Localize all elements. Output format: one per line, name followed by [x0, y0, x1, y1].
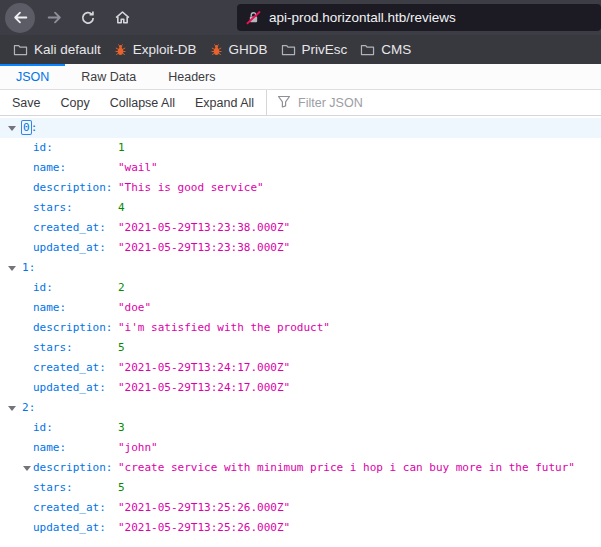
copy-button[interactable]: Copy [51, 90, 100, 115]
bookmarks-bar: Kali defaultExploit-DBGHDBPrivEscCMS [0, 35, 601, 64]
json-key: name: [33, 161, 66, 174]
url-text: api-prod.horizontall.htb/reviews [269, 10, 456, 25]
bookmark-item-kali-default[interactable]: Kali default [9, 40, 110, 59]
json-property-row: created_at:"2021-05-29T13:23:38.000Z" [0, 218, 601, 238]
json-value: "2021-05-29T13:24:17.000Z" [118, 361, 290, 374]
json-value: "2021-05-29T13:23:38.000Z" [118, 221, 290, 234]
json-toolbar-buttons: SaveCopyCollapse AllExpand All [2, 90, 264, 115]
json-entry-row[interactable]: 2: [0, 398, 601, 418]
json-property-row: description:"create service with minimum… [0, 458, 601, 478]
forward-button[interactable] [39, 3, 69, 33]
json-property-row: updated_at:"2021-05-29T13:24:17.000Z" [0, 378, 601, 398]
json-key: stars: [33, 481, 73, 494]
bookmark-item-privesc[interactable]: PrivEsc [277, 40, 357, 59]
bug-icon [114, 43, 127, 57]
forward-arrow-icon [46, 9, 63, 26]
back-arrow-icon [12, 9, 29, 26]
json-property-row: name:"wail" [0, 158, 601, 178]
json-viewer-toolbar: SaveCopyCollapse AllExpand All [0, 90, 601, 116]
json-value: "2021-05-29T13:25:26.000Z" [118, 521, 290, 534]
json-property-row: name:"john" [0, 438, 601, 458]
json-property-row: id:1 [0, 138, 601, 158]
folder-icon [13, 43, 28, 56]
bookmark-item-ghdb[interactable]: GHDB [206, 40, 277, 59]
folder-icon [281, 43, 296, 56]
json-property-row: description:"This is good service" [0, 178, 601, 198]
json-value: "2021-05-29T13:23:38.000Z" [118, 241, 290, 254]
bug-icon [210, 43, 223, 57]
json-value: 5 [118, 341, 125, 354]
reload-button[interactable] [73, 3, 103, 33]
json-value: 1 [118, 141, 125, 154]
json-property-row: id:2 [0, 278, 601, 298]
json-key: name: [33, 441, 66, 454]
json-property-row: created_at:"2021-05-29T13:24:17.000Z" [0, 358, 601, 378]
json-value: 4 [118, 201, 125, 214]
json-property-row: stars:5 [0, 338, 601, 358]
json-key: description: [33, 461, 112, 474]
filter-funnel-icon [277, 95, 291, 111]
back-button[interactable] [5, 3, 35, 33]
bookmark-label: PrivEsc [302, 42, 348, 57]
json-index: 1: [22, 261, 35, 274]
json-value: 2 [118, 281, 125, 294]
json-entry-row[interactable]: 1: [0, 258, 601, 278]
expand-all-button[interactable]: Expand All [185, 90, 264, 115]
json-tree: 0:id:1name:"wail"description:"This is go… [0, 116, 601, 538]
expand-string-icon[interactable] [23, 466, 31, 471]
home-button[interactable] [107, 3, 137, 33]
json-key: id: [33, 281, 53, 294]
bookmark-label: GHDB [229, 42, 268, 57]
tab-raw-data[interactable]: Raw Data [65, 64, 152, 89]
json-property-row: description:"i'm satisfied with the prod… [0, 318, 601, 338]
collapse-toggle-icon[interactable] [8, 266, 16, 271]
json-key: stars: [33, 201, 73, 214]
json-key: stars: [33, 341, 73, 354]
bookmark-label: CMS [381, 42, 411, 57]
bookmark-label: Kali default [34, 42, 101, 57]
json-property-row: stars:4 [0, 198, 601, 218]
folder-icon [360, 43, 375, 56]
json-key: created_at: [33, 361, 106, 374]
insecure-lock-icon[interactable] [246, 10, 261, 25]
json-key: updated_at: [33, 521, 106, 534]
json-property-row: id:3 [0, 418, 601, 438]
json-index: 0: [22, 121, 37, 134]
json-value: "doe" [118, 301, 151, 314]
collapse-all-button[interactable]: Collapse All [100, 90, 185, 115]
json-key: id: [33, 421, 53, 434]
json-key: id: [33, 141, 53, 154]
json-index: 2: [22, 401, 35, 414]
collapse-toggle-icon[interactable] [8, 406, 16, 411]
json-key: updated_at: [33, 241, 106, 254]
json-viewer-tabstrip: JSONRaw DataHeaders [0, 64, 601, 90]
save-button[interactable]: Save [2, 90, 51, 115]
json-key: created_at: [33, 221, 106, 234]
bookmark-label: Exploit-DB [133, 42, 197, 57]
browser-nav-toolbar: api-prod.horizontall.htb/reviews [0, 0, 601, 35]
json-entry-row[interactable]: 0: [0, 118, 601, 138]
tab-headers[interactable]: Headers [152, 64, 231, 89]
json-value: "wail" [118, 161, 158, 174]
json-key: name: [33, 301, 66, 314]
json-property-row: created_at:"2021-05-29T13:25:26.000Z" [0, 498, 601, 518]
bookmark-item-exploit-db[interactable]: Exploit-DB [110, 40, 206, 59]
json-property-row: name:"doe" [0, 298, 601, 318]
json-value: "2021-05-29T13:24:17.000Z" [118, 381, 290, 394]
json-key: created_at: [33, 501, 106, 514]
json-key: updated_at: [33, 381, 106, 394]
json-value: "This is good service" [118, 181, 264, 194]
filter-json-input[interactable] [298, 96, 578, 110]
json-value: "i'm satisfied with the product" [118, 321, 330, 334]
tab-json[interactable]: JSON [0, 64, 65, 89]
json-property-row: stars:5 [0, 478, 601, 498]
json-value: "2021-05-29T13:25:26.000Z" [118, 501, 290, 514]
bookmark-item-cms[interactable]: CMS [356, 40, 420, 59]
json-value: "create service with minimum price i hop… [118, 461, 575, 474]
reload-icon [80, 10, 96, 26]
json-value: 3 [118, 421, 125, 434]
url-bar[interactable]: api-prod.horizontall.htb/reviews [237, 4, 601, 31]
json-property-row: updated_at:"2021-05-29T13:25:26.000Z" [0, 518, 601, 538]
collapse-toggle-icon[interactable] [8, 126, 16, 131]
json-key: description: [33, 321, 112, 334]
